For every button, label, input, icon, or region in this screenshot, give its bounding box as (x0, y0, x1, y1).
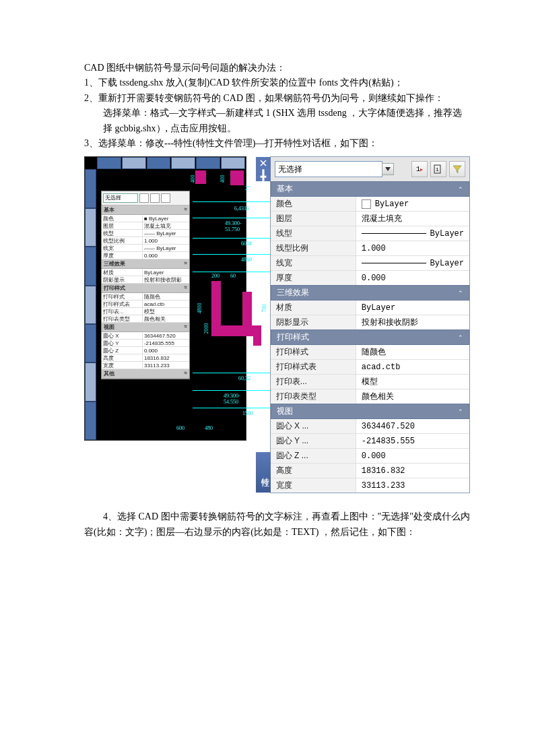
dim-700: 700 (261, 305, 267, 313)
step-2: 2、重新打开需要转变钢筋符号的 CAD 图，如果钢筋符号仍为问号，则继续如下操作… (84, 91, 470, 106)
line-sample-icon (362, 263, 426, 263)
intro-text: CAD 图纸中钢筋符号显示问号问题的解决办法： 1、下载 tssdeng.shx… (84, 61, 470, 151)
palette-toolbar: 无选择 1▸ 1 (271, 157, 469, 181)
property-value[interactable]: 0.000 (356, 271, 469, 285)
property-key: 厚度 (271, 271, 356, 285)
property-key: 打印样式 (271, 345, 356, 359)
property-value[interactable]: 投射和接收阴影 (356, 315, 469, 329)
property-row[interactable]: 厚度0.000 (271, 271, 469, 285)
property-row[interactable]: 打印表...模型 (271, 375, 469, 389)
property-value[interactable]: 混凝土填充 (356, 212, 469, 226)
property-value[interactable]: 0.000 (356, 449, 469, 463)
dim-4800: 4800 (197, 303, 203, 314)
property-value[interactable]: 模型 (356, 375, 469, 389)
chevron-down-icon: ⌃ (458, 290, 463, 296)
dim-200: 200 (211, 273, 220, 279)
property-value[interactable]: ByLayer (356, 301, 469, 315)
property-value[interactable]: 33113.233 (356, 478, 469, 493)
section-view-header[interactable]: 视图⌃ (271, 404, 469, 419)
property-row[interactable]: 材质ByLayer (271, 301, 469, 315)
property-value[interactable]: 18316.832 (356, 464, 469, 478)
section-3d-header[interactable]: 三维效果⌃ (271, 285, 469, 301)
property-key: 阴影显示 (271, 315, 356, 329)
property-key: 颜色 (271, 197, 356, 211)
property-key: 圆心 Y ... (271, 434, 356, 448)
property-key: 线型 (271, 226, 356, 241)
property-value[interactable]: 1.000 (356, 241, 469, 255)
property-row[interactable]: 线宽ByLayer (271, 256, 469, 271)
section-basic-header[interactable]: 基本⌃ (271, 181, 469, 197)
dim-400b: 400 (220, 175, 226, 183)
line-sample-icon (362, 233, 426, 234)
section-print-header[interactable]: 打印样式⌃ (271, 329, 469, 345)
dim-49: 49.300-51.750 (225, 220, 244, 232)
dim-400a: 400 (190, 175, 196, 183)
properties-palette: 特性 无选择 1▸ 1 基本⌃ 颜色ByL (270, 156, 470, 493)
property-key: 打印表类型 (271, 389, 356, 404)
property-value[interactable]: 3634467.520 (356, 419, 469, 433)
property-key: 材质 (271, 301, 356, 315)
mini-select[interactable]: 无选择 (103, 193, 138, 203)
property-row[interactable]: 宽度33113.233 (271, 478, 469, 493)
dropdown-button[interactable] (382, 163, 394, 175)
property-row[interactable]: 颜色ByLayer (271, 197, 469, 212)
property-row[interactable]: 打印表类型颜色相关 (271, 389, 469, 404)
section-view: 圆心 X ...3634467.520圆心 Y ...-214835.555圆心… (271, 419, 469, 493)
dim-60: 60 (230, 273, 236, 279)
property-row[interactable]: 打印样式随颜色 (271, 345, 469, 360)
property-row[interactable]: 阴影显示投射和接收阴影 (271, 315, 469, 329)
property-row[interactable]: 圆心 Y ...-214835.555 (271, 434, 469, 449)
property-key: 高度 (271, 464, 356, 478)
cad-screenshot-left: 400 400 2" 6,4316 49.300-51.750 601# 486… (84, 156, 246, 441)
property-row[interactable]: 打印样式表acad.ctb (271, 360, 469, 375)
step-4: 4、选择 CAD 图中需要转换钢筋符号的文字标注，再查看上图中："无选择"处变成… (84, 509, 470, 540)
pin-icon[interactable] (256, 169, 271, 181)
property-value[interactable]: acad.ctb (356, 360, 469, 374)
dim-4930: 49.300-54.550 (224, 393, 244, 405)
property-value[interactable]: ByLayer (356, 197, 469, 211)
dim-6014: 601# (241, 241, 252, 247)
section-threed: 材质ByLayer阴影显示投射和接收阴影 (271, 301, 469, 329)
property-row[interactable]: 圆心 Z ...0.000 (271, 449, 469, 464)
toolbar-btn-filter[interactable] (449, 161, 465, 177)
cad-mini-panel: 无选择 基本≈ 颜色■ ByLayer 图层混凝土填充 线型—— ByLayer… (101, 191, 190, 379)
dim-480: 480 (205, 425, 213, 431)
step-1: 1、下载 tssdeng.shx 放入(复制)CAD 软件所安装的位置中 fon… (84, 75, 470, 90)
mini-btn-2[interactable] (150, 193, 160, 203)
mini-btn-3[interactable] (161, 193, 170, 203)
dim-600: 600 (176, 425, 185, 431)
property-key: 线宽 (271, 256, 356, 270)
property-key: 图层 (271, 212, 356, 226)
property-value[interactable]: 随颜色 (356, 345, 469, 359)
property-row[interactable]: 圆心 X ...3634467.520 (271, 419, 469, 434)
chevron-down-icon: ⌃ (458, 186, 463, 193)
property-value[interactable]: 颜色相关 (356, 389, 469, 404)
dim-6032: 60,32 (238, 375, 251, 381)
dim-6431: 6,4316 (234, 206, 249, 212)
dim-1500: 1500 (242, 410, 253, 416)
mini-btn-1[interactable] (139, 193, 149, 203)
property-row[interactable]: 线型ByLayer (271, 226, 469, 241)
select-value: 无选择 (278, 164, 302, 175)
property-value[interactable]: -214835.555 (356, 434, 469, 448)
property-value[interactable]: ByLayer (356, 256, 469, 270)
dim-2000: 2000 (203, 323, 209, 334)
property-row[interactable]: 线型比例1.000 (271, 241, 469, 256)
property-key: 圆心 X ... (271, 419, 356, 433)
property-key: 圆心 Z ... (271, 449, 356, 463)
property-row[interactable]: 图层混凝土填充 (271, 212, 469, 226)
property-key: 打印表... (271, 375, 356, 389)
property-key: 打印样式表 (271, 360, 356, 374)
section-basic: 颜色ByLayer图层混凝土填充线型ByLayer线型比例1.000线宽ByLa… (271, 197, 469, 285)
object-type-select[interactable]: 无选择 (275, 161, 382, 177)
dim-4860: 4860 (241, 257, 252, 263)
property-row[interactable]: 高度18316.832 (271, 464, 469, 478)
property-key: 宽度 (271, 478, 356, 493)
step-2a: 选择菜单：格式—文字样式—新建样式 1 (SHX 选用 tssdeng ，大字体… (84, 106, 470, 136)
toolbar-btn-quick[interactable]: 1▸ (411, 161, 428, 177)
svg-text:1: 1 (436, 166, 439, 172)
dim-2in: 2" (245, 185, 250, 191)
step-3: 3、选择菜单：修改---特性(特性文件管理)—打开特性对话框，如下图： (84, 136, 470, 151)
property-value[interactable]: ByLayer (356, 226, 469, 241)
toolbar-btn-pick[interactable]: 1 (430, 161, 446, 177)
